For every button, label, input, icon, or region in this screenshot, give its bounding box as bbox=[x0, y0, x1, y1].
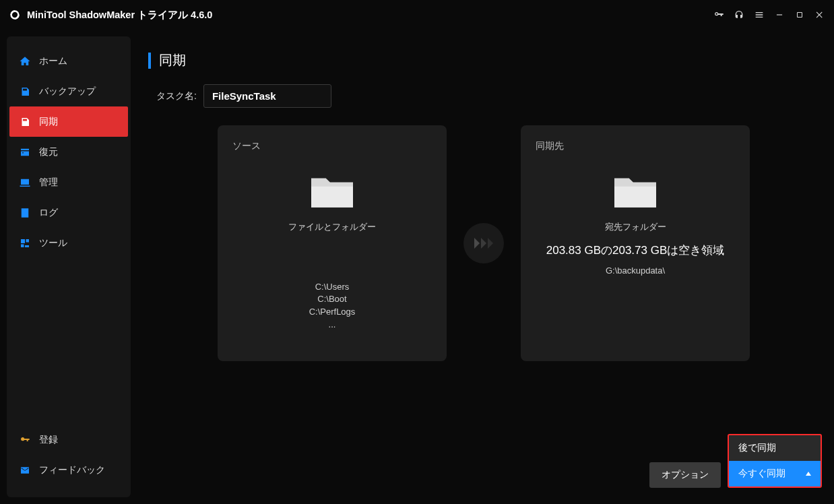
sidebar-item-log[interactable]: ログ bbox=[7, 197, 131, 228]
destination-label: 同期先 bbox=[536, 140, 735, 152]
footer-row: オプション 後で同期 今すぐ同期 bbox=[649, 434, 822, 488]
sync-menu: 後で同期 今すぐ同期 bbox=[728, 434, 822, 488]
backup-icon bbox=[19, 86, 31, 98]
log-icon bbox=[19, 207, 31, 219]
sidebar-item-label: 同期 bbox=[39, 116, 58, 128]
cards-row: ソース ファイルとフォルダー C:\Users C:\Boot C:\PerfL… bbox=[218, 125, 750, 361]
destination-subtitle: 宛先フォルダー bbox=[536, 221, 735, 233]
sidebar-item-label: 復元 bbox=[39, 146, 58, 158]
app-logo-icon bbox=[8, 8, 22, 22]
sidebar-item-label: バックアップ bbox=[39, 86, 96, 98]
sidebar-item-label: フィードバック bbox=[39, 464, 105, 476]
sync-icon bbox=[19, 116, 31, 128]
mail-icon bbox=[19, 464, 31, 476]
page-title: 同期 bbox=[159, 51, 186, 69]
source-card[interactable]: ソース ファイルとフォルダー C:\Users C:\Boot C:\PerfL… bbox=[218, 125, 447, 361]
task-name-label: タスク名: bbox=[156, 90, 197, 102]
page-accent-bar bbox=[148, 53, 151, 69]
destination-path: G:\backupdata\ bbox=[536, 265, 735, 278]
sidebar-item-home[interactable]: ホーム bbox=[7, 46, 131, 76]
sidebar-item-label: ツール bbox=[39, 237, 67, 249]
main-panel: 同期 タスク名: ソース ファイルとフォルダー C:\Users C:\Boot… bbox=[140, 36, 827, 497]
sidebar-item-register[interactable]: 登録 bbox=[7, 424, 131, 455]
tools-icon bbox=[19, 237, 31, 249]
source-paths: C:\Users C:\Boot C:\PerfLogs ... bbox=[232, 281, 432, 332]
sync-later-option[interactable]: 後で同期 bbox=[729, 435, 821, 461]
close-icon[interactable] bbox=[810, 5, 830, 25]
sidebar-item-label: ログ bbox=[39, 207, 58, 219]
sidebar: ホーム バックアップ 同期 復元 bbox=[7, 36, 131, 497]
home-icon bbox=[19, 55, 31, 67]
sync-now-button[interactable]: 今すぐ同期 bbox=[729, 461, 821, 486]
restore-icon bbox=[19, 146, 31, 158]
source-subtitle: ファイルとフォルダー bbox=[232, 221, 432, 233]
sidebar-item-label: ホーム bbox=[39, 55, 67, 67]
destination-freespace: 203.83 GBの203.73 GBは空き領域 bbox=[536, 243, 735, 258]
sidebar-item-backup[interactable]: バックアップ bbox=[7, 76, 131, 106]
options-button[interactable]: オプション bbox=[649, 462, 721, 488]
maximize-icon[interactable] bbox=[790, 5, 810, 25]
destination-card[interactable]: 同期先 宛先フォルダー 203.83 GBの203.73 GBは空き領域 G:\… bbox=[521, 125, 750, 361]
source-label: ソース bbox=[232, 140, 432, 152]
task-name-row: タスク名: bbox=[156, 84, 822, 108]
folder-icon bbox=[609, 170, 662, 214]
sidebar-item-restore[interactable]: 復元 bbox=[7, 137, 131, 167]
sidebar-item-label: 登録 bbox=[39, 434, 58, 446]
sidebar-item-label: 管理 bbox=[39, 177, 58, 189]
menu-icon[interactable] bbox=[749, 5, 769, 25]
folder-icon bbox=[306, 170, 358, 214]
sidebar-item-manage[interactable]: 管理 bbox=[7, 167, 131, 197]
arrow-between bbox=[447, 222, 521, 265]
headset-icon[interactable] bbox=[729, 5, 749, 25]
titlebar: MiniTool ShadowMaker トライアル 4.6.0 bbox=[0, 0, 834, 30]
manage-icon bbox=[19, 177, 31, 189]
sidebar-item-sync[interactable]: 同期 bbox=[9, 106, 128, 137]
dropdown-arrow-icon bbox=[806, 472, 811, 476]
page-header: 同期 bbox=[148, 51, 822, 69]
register-key-icon bbox=[19, 434, 31, 446]
minimize-icon[interactable] bbox=[769, 5, 790, 25]
sidebar-item-tools[interactable]: ツール bbox=[7, 228, 131, 258]
sidebar-item-feedback[interactable]: フィードバック bbox=[7, 455, 131, 485]
task-name-input[interactable] bbox=[203, 84, 331, 108]
chevrons-right-icon bbox=[462, 222, 505, 265]
app-title: MiniTool ShadowMaker トライアル 4.6.0 bbox=[27, 9, 212, 22]
sync-now-label: 今すぐ同期 bbox=[738, 468, 785, 480]
key-icon[interactable] bbox=[709, 5, 729, 25]
